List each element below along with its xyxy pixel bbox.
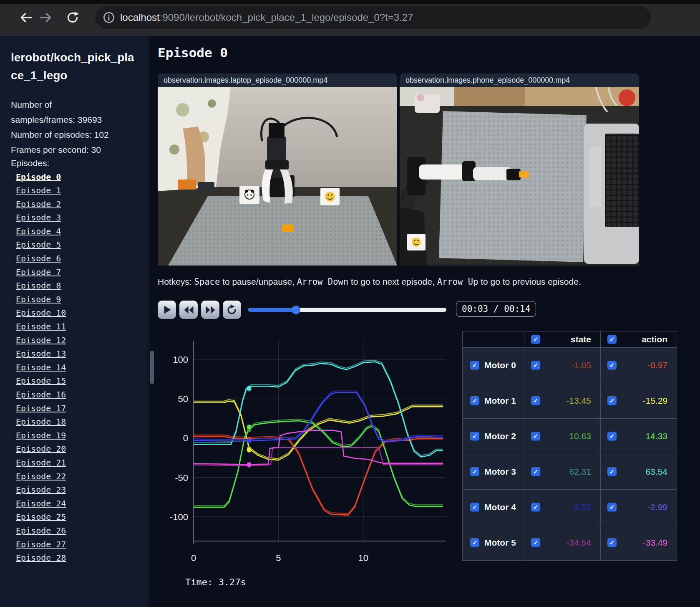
episode-list-item: Episode 14 (16, 361, 149, 374)
episode-link[interactable]: Episode 28 (16, 553, 66, 563)
state-checkbox[interactable]: ✓ (531, 361, 540, 370)
motor-checkbox[interactable]: ✓ (470, 432, 479, 441)
episode-link[interactable]: Episode 8 (16, 281, 61, 291)
chart-canvas[interactable]: 100500-50-1000510 (153, 329, 450, 570)
episode-link[interactable]: Episode 1 (16, 185, 61, 195)
time-display: 00:03 / 00:14 (456, 301, 536, 317)
episode-link[interactable]: Episode 6 (16, 253, 61, 263)
episode-list-item: Episode 9 (16, 293, 149, 306)
episode-link[interactable]: Episode 21 (16, 458, 66, 468)
url-bar[interactable]: localhost:9090/lerobot/koch_pick_place_1… (95, 6, 651, 29)
episode-link[interactable]: Episode 20 (16, 444, 66, 454)
episode-link[interactable]: Episode 10 (16, 308, 66, 318)
slider-thumb[interactable] (292, 306, 300, 314)
video-frame-laptop[interactable] (158, 87, 397, 266)
state-cell: ✓ 62.31 (524, 454, 600, 489)
action-checkbox[interactable]: ✓ (607, 467, 617, 476)
episode-list-item: Episode 20 (16, 442, 149, 456)
motor-checkbox[interactable]: ✓ (470, 503, 479, 512)
episode-link[interactable]: Episode 15 (16, 376, 66, 386)
state-checkbox[interactable]: ✓ (531, 396, 540, 405)
motor-label: Motor 4 (484, 502, 516, 512)
episode-link[interactable]: Episode 25 (16, 512, 66, 522)
laptop-keyboard (605, 134, 639, 227)
action-checkbox[interactable]: ✓ (607, 503, 617, 512)
episode-link[interactable]: Episode 19 (16, 430, 66, 440)
episode-link[interactable]: Episode 11 (16, 321, 66, 331)
state-checkbox[interactable]: ✓ (531, 538, 540, 547)
motor-checkbox[interactable]: ✓ (470, 467, 479, 476)
site-info-icon[interactable] (101, 10, 117, 25)
episode-list-item: Episode 8 (16, 279, 149, 293)
episode-link[interactable]: Episode 27 (16, 539, 66, 549)
episode-list-item: Episode 15 (16, 374, 149, 388)
episode-link[interactable]: Episode 22 (16, 471, 66, 481)
episode-link[interactable]: Episode 14 (16, 362, 66, 372)
episode-link[interactable]: Episode 26 (16, 526, 66, 536)
reload-icon[interactable] (63, 8, 82, 27)
motor-cell: ✓ Motor 1 (463, 383, 524, 418)
laptop-trackpad (588, 145, 602, 208)
episode-list-item: Episode 5 (16, 238, 149, 252)
episode-link[interactable]: Episode 24 (16, 498, 66, 508)
action-value: -33.49 (642, 538, 667, 548)
action-column-checkbox[interactable]: ✓ (607, 335, 617, 344)
episode-list-item: Episode 1 (16, 184, 149, 197)
video-title-laptop: observation.images.laptop_episode_000000… (158, 73, 397, 87)
episode-link[interactable]: Episode 0 (16, 172, 61, 182)
back-icon[interactable] (17, 8, 35, 27)
current-time-label: Time: 3.27s (185, 577, 246, 587)
action-checkbox[interactable]: ✓ (607, 361, 617, 370)
episode-link[interactable]: Episode 5 (16, 240, 61, 250)
episode-link[interactable]: Episode 2 (16, 199, 61, 209)
motor-checkbox[interactable]: ✓ (470, 396, 479, 405)
episode-link[interactable]: Episode 23 (16, 485, 66, 495)
action-checkbox[interactable]: ✓ (607, 396, 617, 405)
motor-cell: ✓ Motor 4 (463, 490, 524, 525)
motor-cell: ✓ Motor 0 (463, 348, 524, 383)
svg-text:-100: -100 (170, 512, 188, 522)
action-checkbox[interactable]: ✓ (607, 432, 617, 441)
state-checkbox[interactable]: ✓ (531, 432, 540, 441)
dataset-info: Number of samples/frames: 39693 Number o… (11, 97, 115, 157)
video-frame-phone[interactable] (400, 87, 639, 266)
episode-link[interactable]: Episode 12 (16, 335, 66, 345)
fast-forward-button[interactable] (201, 301, 219, 319)
loop-button[interactable] (223, 301, 241, 319)
robot-camera (269, 123, 285, 138)
header-action-cell: ✓ action (600, 331, 677, 347)
gripper-joint (265, 160, 289, 169)
episode-link[interactable]: Episode 17 (16, 403, 66, 413)
action-cell: ✓ -33.49 (600, 525, 677, 560)
episode-list-item: Episode 0 (16, 170, 149, 184)
motor-checkbox[interactable]: ✓ (470, 538, 479, 547)
state-checkbox[interactable]: ✓ (531, 503, 540, 512)
main-content: Episode 0 observation.images.laptop_epis… (149, 36, 700, 607)
action-checkbox[interactable]: ✓ (607, 538, 617, 547)
motor-checkbox[interactable]: ✓ (470, 361, 479, 370)
seek-slider[interactable] (248, 306, 446, 314)
forward-icon[interactable] (37, 8, 55, 27)
motor-chart: 100500-50-1000510 (153, 329, 450, 572)
episode-link[interactable]: Episode 9 (16, 294, 61, 304)
header-state-cell: ✓ state (524, 331, 600, 347)
state-column-checkbox[interactable]: ✓ (531, 335, 540, 344)
episode-list-item: Episode 21 (16, 456, 149, 470)
action-cell: ✓ 14.33 (600, 419, 677, 454)
episode-list-item: Episode 4 (16, 225, 149, 238)
episode-list-item: Episode 13 (16, 347, 149, 361)
episode-link[interactable]: Episode 3 (16, 212, 61, 223)
episode-link[interactable]: Episode 13 (16, 349, 66, 359)
episode-list-item: Episode 11 (16, 320, 149, 334)
state-checkbox[interactable]: ✓ (531, 467, 540, 476)
state-header-label: state (571, 334, 591, 344)
play-button[interactable] (158, 301, 176, 319)
svg-text:0: 0 (191, 553, 196, 563)
episode-link[interactable]: Episode 4 (16, 226, 61, 236)
episode-link[interactable]: Episode 18 (16, 417, 66, 427)
episode-link[interactable]: Episode 7 (16, 267, 61, 277)
rewind-button[interactable] (179, 301, 198, 319)
state-value: -1.05 (571, 360, 591, 370)
episode-list-item: Episode 22 (16, 469, 149, 483)
episode-link[interactable]: Episode 16 (16, 389, 66, 400)
